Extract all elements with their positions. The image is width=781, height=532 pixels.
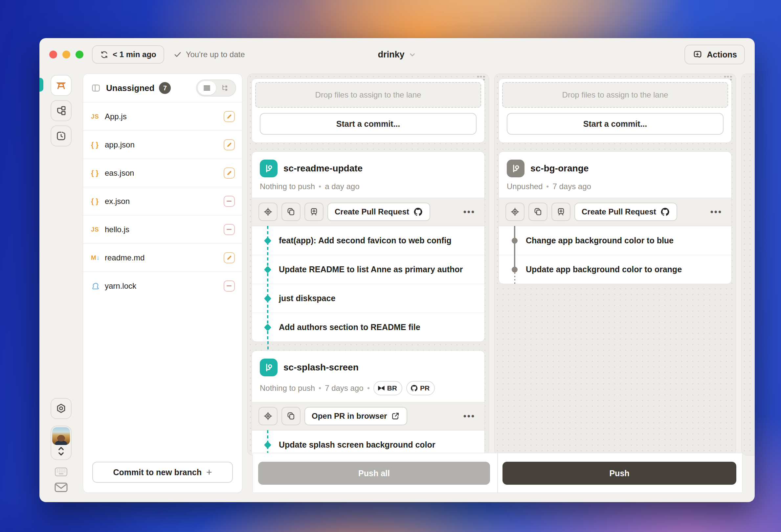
branch-toolbar: Create Pull Request••• [499, 198, 731, 226]
commit-message: feat(app): Add second favicon to web con… [279, 236, 451, 245]
commit-add-button[interactable] [551, 203, 571, 221]
branch-action-button[interactable]: Create Pull Request [574, 203, 677, 221]
panel-icon [91, 83, 101, 93]
file-row[interactable]: JSApp.js [83, 102, 242, 130]
commit-marker [512, 267, 518, 273]
target-button[interactable] [258, 407, 278, 425]
file-row[interactable]: { }eas.json [83, 159, 242, 187]
left-rail [39, 74, 83, 493]
commit-marker [264, 266, 272, 273]
rail-item-settings[interactable] [51, 398, 72, 419]
branch-action-button[interactable]: Open PR in browser [304, 407, 407, 425]
more-options-button[interactable]: ••• [463, 207, 478, 217]
start-commit-label: Start a commit... [583, 119, 647, 129]
commit-list: Change app background color to blueUpdat… [499, 226, 731, 284]
commit-row[interactable]: feat(app): Add second favicon to web con… [252, 226, 485, 255]
branch-action-button[interactable]: Create Pull Request [327, 203, 430, 221]
commit-add-button[interactable] [304, 203, 324, 221]
file-row[interactable]: { }ex.json [83, 187, 242, 215]
file-row[interactable]: JShello.js [83, 215, 242, 243]
branch-toolbar: Create Pull Request••• [252, 198, 485, 226]
commit-to-new-branch-button[interactable]: Commit to new branch + [92, 462, 233, 483]
target-button[interactable] [505, 203, 525, 221]
modified-status-icon [224, 167, 235, 179]
branch-push-status: Unpushed [507, 182, 542, 191]
zoom-button[interactable] [76, 50, 83, 58]
commit-marker [264, 441, 272, 449]
branch-action-label: Open PR in browser [312, 411, 387, 421]
card-gap [252, 342, 485, 351]
target-icon [263, 411, 273, 421]
workspace-edge-indicator [39, 78, 43, 92]
github-icon [410, 384, 418, 392]
user-menu[interactable] [51, 425, 72, 460]
file-drop-zone[interactable]: Drop files to assign to the lane [255, 82, 481, 108]
branch-card-header: sc-bg-orangeUnpushed7 days ago [499, 152, 731, 198]
rail-item-history[interactable] [51, 125, 72, 147]
branch-time: 7 days ago [325, 383, 363, 393]
commit-row[interactable]: Change app background color to blue [499, 226, 731, 255]
keyboard-shortcuts-button[interactable] [51, 467, 72, 477]
more-options-button[interactable]: ••• [710, 207, 725, 217]
up-to-date-label: You're up to date [186, 50, 245, 59]
copy-button[interactable] [528, 203, 547, 221]
badge-br[interactable]: BR [373, 381, 402, 396]
minimize-button[interactable] [63, 50, 70, 58]
unassigned-title: Unassigned [106, 83, 154, 93]
commit-row[interactable]: Update app background color to orange [499, 255, 731, 284]
lanes-footer: Push allPush [253, 453, 743, 493]
push-button[interactable]: Push [502, 462, 736, 485]
keyboard-icon [54, 467, 68, 477]
lane-top-card: Drop files to assign to the laneStart a … [252, 79, 485, 143]
start-commit-label: Start a commit... [336, 119, 400, 129]
bowtie-icon [377, 384, 385, 392]
list-view-button[interactable] [198, 81, 216, 95]
json-file-icon: { } [91, 169, 99, 177]
actions-button[interactable]: Actions [685, 45, 745, 65]
sync-button[interactable]: < 1 min ago [92, 45, 164, 64]
branch-action-label: Create Pull Request [335, 207, 409, 216]
drop-hint-label: Drop files to assign to the lane [562, 90, 668, 99]
lane-column: Drop files to assign to the laneStart a … [247, 74, 489, 455]
commit-row[interactable]: Update splash screen background color [252, 430, 485, 455]
file-row[interactable]: { }app.json [83, 130, 242, 159]
commit-row[interactable]: just diskspace [252, 284, 485, 313]
rail-item-workspace[interactable] [51, 75, 72, 96]
file-row[interactable]: yarn.lock [83, 272, 242, 300]
close-button[interactable] [49, 50, 57, 58]
branch-card: sc-readme-updateNothing to pusha day ago… [252, 151, 485, 342]
commit-message: Update app background color to orange [526, 265, 682, 274]
commit-row[interactable]: Add authors section to README file [252, 313, 485, 341]
avatar [52, 427, 70, 445]
copy-icon [286, 207, 296, 217]
feedback-button[interactable] [51, 482, 72, 493]
copy-icon [533, 207, 543, 217]
file-row[interactable]: M↓readme.md [83, 243, 242, 272]
push-all-button[interactable]: Push all [258, 462, 490, 485]
js-file-icon: JS [91, 113, 99, 120]
file-drop-zone[interactable]: Drop files to assign to the lane [502, 82, 728, 108]
branch-time: a day ago [325, 182, 359, 191]
badge-pr[interactable]: PR [406, 381, 435, 396]
tree-view-button[interactable] [216, 81, 235, 95]
more-options-button[interactable]: ••• [463, 411, 478, 421]
unassigned-header: Unassigned 7 [83, 74, 242, 102]
branch-lane-icon [507, 160, 525, 177]
tree-view-icon [221, 84, 230, 92]
commit-list: Update splash screen background color [252, 430, 485, 455]
commit-row[interactable]: Update README to list Anne as primary au… [252, 255, 485, 284]
start-commit-button[interactable]: Start a commit... [260, 113, 477, 135]
settings-icon [55, 403, 67, 414]
drop-hint-label: Drop files to assign to the lane [315, 90, 421, 99]
branch-time: 7 days ago [552, 182, 591, 191]
target-button[interactable] [258, 203, 278, 221]
desktop-wallpaper: < 1 min ago You're up to date drinky Act… [0, 0, 781, 532]
commit-to-new-branch-label: Commit to new branch [113, 467, 202, 477]
rail-item-branches[interactable] [51, 100, 72, 121]
copy-button[interactable] [282, 407, 300, 425]
copy-button[interactable] [282, 203, 300, 221]
badge-label: BR [387, 384, 397, 392]
start-commit-button[interactable]: Start a commit... [507, 113, 724, 135]
meta-dot [319, 387, 321, 389]
project-switcher[interactable]: drinky [378, 50, 416, 60]
